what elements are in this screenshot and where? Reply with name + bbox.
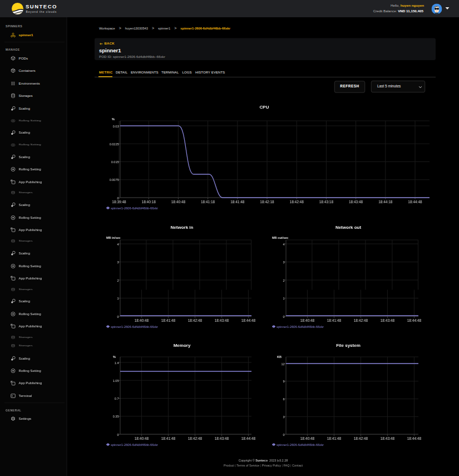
- svg-text:Network out: Network out: [335, 225, 362, 230]
- svg-text:18:42:48: 18:42:48: [188, 318, 203, 322]
- svg-text:18:41:18: 18:41:18: [201, 200, 215, 204]
- svg-text:18:43:48: 18:43:48: [381, 318, 395, 322]
- svg-text:%: %: [113, 355, 116, 359]
- svg-text:4: 4: [117, 243, 119, 246]
- svg-text:0.35: 0.35: [113, 415, 119, 418]
- svg-text:18:42:48: 18:42:48: [354, 436, 368, 440]
- svg-text:spinner1-2606-6d4dbf46bb-66xkr: spinner1-2606-6d4dbf46bb-66xkr: [277, 443, 324, 446]
- svg-text:18:41:48: 18:41:48: [230, 200, 245, 204]
- svg-text:CPU: CPU: [260, 105, 269, 110]
- svg-text:18:42:48: 18:42:48: [290, 200, 304, 204]
- svg-text:0.015: 0.015: [111, 160, 119, 164]
- svg-text:0.7: 0.7: [115, 397, 119, 400]
- svg-text:0: 0: [283, 315, 284, 318]
- svg-text:18:40:48: 18:40:48: [135, 318, 149, 322]
- svg-text:18:41:48: 18:41:48: [161, 436, 176, 440]
- svg-text:18:42:18: 18:42:18: [260, 200, 274, 204]
- svg-text:18:40:48: 18:40:48: [300, 436, 315, 440]
- svg-text:KB: KB: [277, 355, 282, 359]
- svg-text:18:40:48: 18:40:48: [135, 436, 149, 440]
- svg-text:4: 4: [283, 243, 284, 246]
- svg-text:18:43:48: 18:43:48: [215, 436, 229, 440]
- svg-text:18:43:48: 18:43:48: [381, 436, 395, 440]
- svg-text:1: 1: [117, 297, 119, 300]
- svg-text:18:40:48: 18:40:48: [171, 200, 186, 204]
- svg-text:spinner1-2606-6d4dbf46bb-66xkr: spinner1-2606-6d4dbf46bb-66xkr: [111, 443, 158, 446]
- svg-text:18:40:48: 18:40:48: [300, 318, 315, 322]
- svg-text:0: 0: [117, 433, 119, 436]
- svg-text:18:43:18: 18:43:18: [319, 200, 334, 204]
- svg-text:18:44:48: 18:44:48: [408, 200, 422, 204]
- svg-text:18:44:48: 18:44:48: [407, 436, 422, 440]
- svg-text:spinner1-2606-6d4dbf46bb-66xkr: spinner1-2606-6d4dbf46bb-66xkr: [111, 207, 158, 210]
- svg-text:18:42:48: 18:42:48: [188, 436, 203, 440]
- svg-text:18:42:48: 18:42:48: [354, 318, 368, 322]
- svg-text:%: %: [112, 117, 115, 121]
- svg-text:1.05: 1.05: [113, 379, 119, 382]
- svg-text:0.03: 0.03: [113, 125, 119, 128]
- svg-text:0.0225: 0.0225: [110, 143, 119, 146]
- svg-text:3: 3: [283, 415, 284, 419]
- svg-text:18:43:48: 18:43:48: [215, 318, 229, 322]
- svg-text:18:41:48: 18:41:48: [327, 436, 342, 440]
- svg-text:18:44:18: 18:44:18: [378, 200, 393, 204]
- svg-text:spinner1-2606-6d4dbf46bb-66xkr: spinner1-2606-6d4dbf46bb-66xkr: [277, 325, 324, 328]
- svg-text:12: 12: [281, 362, 284, 366]
- svg-text:18:44:48: 18:44:48: [241, 318, 256, 322]
- svg-text:18:41:48: 18:41:48: [327, 318, 342, 322]
- svg-text:18:44:48: 18:44:48: [407, 318, 422, 322]
- svg-text:18:41:48: 18:41:48: [161, 318, 176, 322]
- svg-text:File system: File system: [336, 343, 361, 348]
- svg-text:1.4: 1.4: [115, 361, 119, 365]
- svg-text:3: 3: [283, 261, 284, 264]
- svg-text:18:44:48: 18:44:48: [241, 436, 256, 440]
- svg-text:2: 2: [283, 279, 284, 282]
- svg-text:MB out/sec: MB out/sec: [272, 236, 288, 239]
- svg-text:spinner1-2606-6d4dbf46bb-66xkr: spinner1-2606-6d4dbf46bb-66xkr: [111, 325, 158, 328]
- svg-text:0: 0: [283, 433, 284, 436]
- svg-text:18:40:18: 18:40:18: [142, 200, 156, 204]
- svg-text:0.0075: 0.0075: [110, 178, 119, 181]
- svg-text:Memory: Memory: [174, 343, 191, 348]
- svg-text:2: 2: [117, 279, 119, 282]
- svg-text:18:43:48: 18:43:48: [349, 200, 363, 204]
- svg-text:1: 1: [283, 297, 284, 300]
- svg-text:MB in/sec: MB in/sec: [106, 236, 121, 239]
- svg-text:18:39:48: 18:39:48: [112, 200, 126, 204]
- svg-text:6: 6: [283, 398, 284, 401]
- svg-text:9: 9: [283, 380, 284, 383]
- svg-text:3: 3: [117, 261, 119, 264]
- svg-text:Network in: Network in: [171, 225, 194, 230]
- svg-text:0: 0: [117, 315, 119, 318]
